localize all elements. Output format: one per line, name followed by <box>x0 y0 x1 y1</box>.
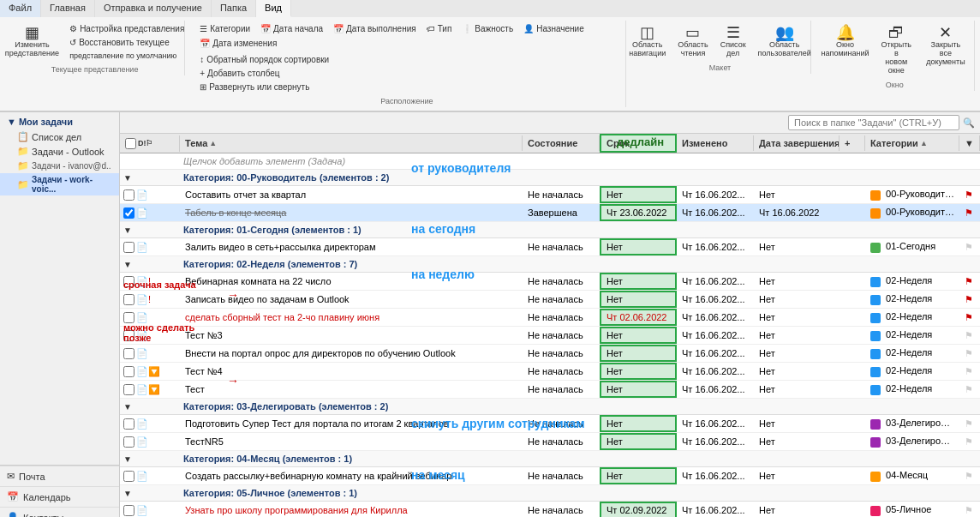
r3-flag[interactable]: ⚑ <box>959 240 980 255</box>
r1-flag[interactable]: ⚑ <box>959 188 980 202</box>
r13-flag[interactable]: ⚑ <box>959 469 980 484</box>
tab-send-receive[interactable]: Отправка и получение <box>95 0 212 17</box>
start-date-button[interactable]: 📅 Дата начала <box>256 22 327 35</box>
read-area-button[interactable]: ▭ Областьчтения <box>673 22 712 60</box>
r3-checkbox[interactable] <box>123 242 134 253</box>
categories-button[interactable]: ☰ Категории <box>195 22 254 35</box>
r5-checkbox[interactable] <box>123 294 134 305</box>
category-row-1[interactable]: ▼ Категория: 01-Сегодня (элементов : 1) <box>120 222 980 238</box>
r13-checkbox[interactable] <box>123 471 134 482</box>
tab-home[interactable]: Главная <box>41 0 95 17</box>
sidebar-item-tasks-work[interactable]: 📁 Задачи - work-voic... <box>0 173 119 195</box>
nav-area-button[interactable]: ◫ Областьнавигации <box>624 22 670 60</box>
r12-flag[interactable]: ⚑ <box>959 435 980 449</box>
category-row-2[interactable]: ▼ Категория: 02-Неделя (элементов : 7) <box>120 256 980 273</box>
data-row-r12[interactable]: 📄 ТестNR5 Не началась Нет Чт 16.06.202..… <box>120 433 980 451</box>
th-topic[interactable]: Тема ▲ <box>180 135 523 151</box>
sidebar-expand-icon[interactable]: ▼ <box>7 117 16 127</box>
data-row-r13[interactable]: 📄 Создать рассылку+вебинарную комнату на… <box>120 467 980 485</box>
data-row-r4[interactable]: 📄! Вебинарная комната на 22 число Не нач… <box>120 273 980 291</box>
r9-checkbox[interactable] <box>123 366 134 377</box>
users-area-button[interactable]: 👥 Областьпользователей <box>754 22 816 60</box>
th-status[interactable]: Состояние <box>523 135 600 151</box>
r11-flag[interactable]: ⚑ <box>959 417 980 431</box>
nav-calendar[interactable]: 📅 Календарь <box>0 486 119 507</box>
category-row-0[interactable]: ▼ Категория: 00-Руководитель (элементов … <box>120 170 980 186</box>
search-input[interactable] <box>788 115 959 130</box>
data-row-r1[interactable]: 📄 Составить отчет за квартал Не началась… <box>120 186 980 204</box>
due-date-button[interactable]: 📅 Дата выполнения <box>329 22 421 35</box>
category-row-3[interactable]: ▼ Категория: 03-Делегировать (элементов … <box>120 399 980 415</box>
th-due[interactable]: Срок дедлайн <box>600 134 677 153</box>
r12-checkbox[interactable] <box>123 436 134 448</box>
category-row-4[interactable]: ▼ Категория: 04-Месяц (элементов : 1) <box>120 451 980 467</box>
r7-checkbox[interactable] <box>123 330 134 341</box>
data-row-r8[interactable]: 📄 Внести на портал опрос для директоров … <box>120 345 980 363</box>
r2-flag[interactable]: ⚑ <box>959 206 980 220</box>
search-icon[interactable]: 🔍 <box>963 117 975 129</box>
r11-checkbox[interactable] <box>123 418 134 430</box>
data-row-r7[interactable]: 📄 Тест №3 Не началась Нет Чт 16.06.202..… <box>120 327 980 345</box>
r8-flag[interactable]: ⚑ <box>959 346 980 361</box>
sidebar-item-outlook[interactable]: 📁 Задачи - Outlook <box>0 144 119 159</box>
r14-flag[interactable]: ⚑ <box>959 503 980 518</box>
select-all-checkbox[interactable] <box>125 138 136 149</box>
importance-button[interactable]: ❕ Важность <box>457 22 517 35</box>
th-category[interactable]: Категории ▲ <box>865 135 959 151</box>
r1-checkbox[interactable] <box>123 189 134 201</box>
reminders-window-button[interactable]: 🔔 Окнонапоминаний <box>820 22 871 77</box>
r10-flag[interactable]: ⚑ <box>959 382 980 397</box>
r14-checkbox[interactable] <box>123 505 134 516</box>
r10-checkbox[interactable] <box>123 384 134 395</box>
r5-flag[interactable]: ⚑ <box>959 292 980 307</box>
th-completed[interactable]: Дата завершения <box>754 135 840 151</box>
nav-mail[interactable]: ✉ Почта <box>0 466 119 486</box>
data-row-r5[interactable]: 📄! Записать видео по задачам в Outlook Н… <box>120 291 980 309</box>
type-button[interactable]: 🏷 Тип <box>422 22 457 35</box>
th-flag[interactable]: ▼ <box>959 135 980 151</box>
th-check[interactable]: D!⚐ <box>120 135 180 152</box>
data-row-r10[interactable]: 📄🔽 Тест Не началась Нет Чт 16.06.202... … <box>120 381 980 399</box>
data-row-r2[interactable]: 📄 Табель в конце месяца Завершена Чт 23.… <box>120 204 980 222</box>
cat5-expand-icon[interactable]: ▼ <box>123 489 132 498</box>
r4-checkbox[interactable] <box>123 276 134 287</box>
r4-flag[interactable]: ⚑ <box>959 274 980 289</box>
cat2-expand-icon[interactable]: ▼ <box>123 260 132 269</box>
nav-contacts[interactable]: 👤 Контакты <box>0 507 119 517</box>
data-row-r9[interactable]: 📄🔽 Тест №4 Не началась Нет Чт 16.06.202.… <box>120 363 980 381</box>
tab-view[interactable]: Вид <box>256 0 291 17</box>
cat4-expand-icon[interactable]: ▼ <box>123 454 132 464</box>
r2-checkbox[interactable] <box>123 207 134 219</box>
tasks-list-button[interactable]: ☰ Списокдел <box>716 22 750 60</box>
category-row-5[interactable]: ▼ Категория: 05-Личное (элементов : 1) <box>120 485 980 502</box>
data-row-r6[interactable]: 📄 сделать сборный тест на 2-чо плавину и… <box>120 309 980 327</box>
tab-folder[interactable]: Папка <box>212 0 256 17</box>
add-column-button[interactable]: + Добавить столбец <box>195 67 618 80</box>
tab-file[interactable]: Файл <box>0 0 41 17</box>
data-row-r3[interactable]: 📄 Залить видео в сеть+рассылка директора… <box>120 238 980 256</box>
change-date-button[interactable]: 📅 Дата изменения <box>195 37 281 50</box>
r7-flag[interactable]: ⚑ <box>959 328 980 343</box>
r6-checkbox[interactable] <box>123 312 134 323</box>
r8-checkbox[interactable] <box>123 348 134 359</box>
restore-view-button[interactable]: ↺ Восстановить текущее <box>65 36 188 49</box>
cat3-expand-icon[interactable]: ▼ <box>123 402 132 412</box>
settings-view-button[interactable]: ⚙ Настройка представления <box>65 22 188 35</box>
sort-order-button[interactable]: ↕ Обратный порядок сортировки <box>195 53 618 66</box>
data-row-r14[interactable]: 📄 Узнать про школу программирования для … <box>120 502 980 517</box>
assign-button[interactable]: 👤 Назначение <box>519 22 589 35</box>
open-new-window-button[interactable]: 🗗 Открыть вновом окне <box>874 22 918 77</box>
th-add[interactable]: + <box>840 135 865 151</box>
sidebar-item-tasks-ivanov[interactable]: 📁 Задачи - ivanov@d.. <box>0 159 119 173</box>
default-view-button[interactable]: представление по умолчанию <box>65 50 188 62</box>
sidebar-item-list[interactable]: 📋 Список дел <box>0 129 119 144</box>
r6-flag[interactable]: ⚑ <box>959 310 980 325</box>
add-item-row[interactable]: Щелчок добавить элемент (Задача) <box>120 153 980 170</box>
th-changed[interactable]: Изменено <box>677 135 754 151</box>
cat0-expand-icon[interactable]: ▼ <box>123 173 132 183</box>
expand-collapse-button[interactable]: ⊞ Развернуть или свернуть <box>195 81 618 93</box>
data-row-r11[interactable]: 📄 Подготовить Супер Тест для портала по … <box>120 415 980 433</box>
cat1-expand-icon[interactable]: ▼ <box>123 225 132 235</box>
change-view-button[interactable]: ▦ Изменитьпредставление <box>1 22 63 62</box>
r9-flag[interactable]: ⚑ <box>959 364 980 379</box>
